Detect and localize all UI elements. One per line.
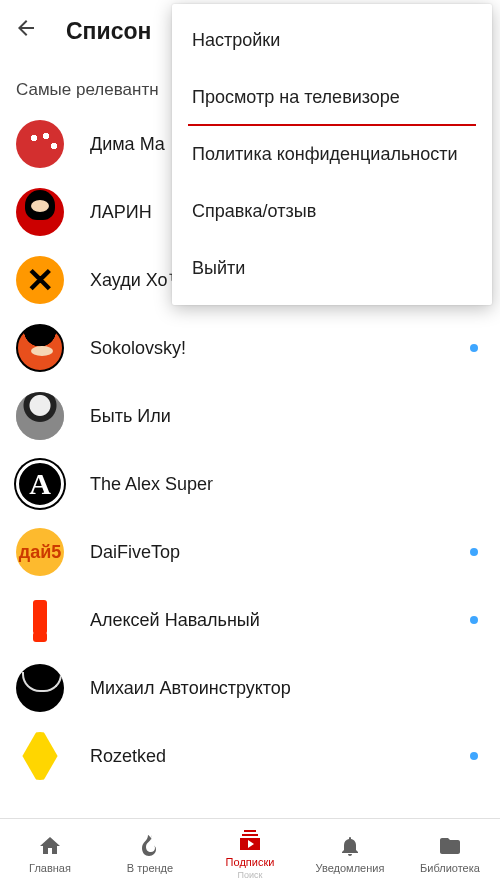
channel-row[interactable]: Sokolovsky!: [0, 314, 500, 382]
fire-icon: [137, 834, 163, 858]
bottom-nav: ГлавнаяВ трендеПодпискиПоискУведомленияБ…: [0, 818, 500, 888]
channel-avatar: [16, 392, 64, 440]
channel-avatar: [16, 732, 64, 780]
nav-sublabel: Поиск: [238, 870, 263, 880]
menu-item[interactable]: Настройки: [172, 12, 492, 69]
channel-name: Быть Или: [90, 406, 484, 427]
channel-avatar: ✕: [16, 256, 64, 304]
nav-item-bell[interactable]: Уведомления: [300, 819, 400, 888]
new-content-dot: [470, 548, 478, 556]
subscriptions-icon: [237, 828, 263, 852]
channel-avatar: [16, 324, 64, 372]
nav-item-home[interactable]: Главная: [0, 819, 100, 888]
channel-row[interactable]: Алексей Навальный: [0, 586, 500, 654]
bell-icon: [337, 834, 363, 858]
new-content-dot: [470, 344, 478, 352]
back-arrow-icon[interactable]: [14, 16, 48, 46]
channel-name: Sokolovsky!: [90, 338, 470, 359]
nav-item-subscriptions[interactable]: ПодпискиПоиск: [200, 819, 300, 888]
channel-row[interactable]: дай5DaiFiveTop: [0, 518, 500, 586]
channel-avatar: [16, 120, 64, 168]
menu-item[interactable]: Выйти: [172, 240, 492, 297]
nav-item-folder[interactable]: Библиотека: [400, 819, 500, 888]
page-title: Списон: [66, 18, 151, 45]
nav-label: Подписки: [226, 856, 275, 868]
folder-icon: [437, 834, 463, 858]
menu-item[interactable]: Политика конфиденциальности: [172, 126, 492, 183]
nav-label: Главная: [29, 862, 71, 874]
channel-avatar: [16, 188, 64, 236]
channel-avatar: [16, 596, 64, 644]
channel-row[interactable]: Михаил Автоинструктор: [0, 654, 500, 722]
channel-row[interactable]: Быть Или: [0, 382, 500, 450]
new-content-dot: [470, 616, 478, 624]
nav-label: В тренде: [127, 862, 173, 874]
channel-avatar: [16, 664, 64, 712]
channel-row[interactable]: Rozetked: [0, 722, 500, 790]
channel-name: Алексей Навальный: [90, 610, 470, 631]
channel-name: The Alex Super: [90, 474, 484, 495]
menu-item[interactable]: Справка/отзыв: [172, 183, 492, 240]
channel-name: Михаил Автоинструктор: [90, 678, 484, 699]
nav-label: Библиотека: [420, 862, 480, 874]
overflow-menu: НастройкиПросмотр на телевизореПолитика …: [172, 4, 492, 305]
home-icon: [37, 834, 63, 858]
channel-name: Rozetked: [90, 746, 470, 767]
channel-avatar: дай5: [16, 528, 64, 576]
new-content-dot: [470, 752, 478, 760]
channel-avatar: A: [16, 460, 64, 508]
nav-label: Уведомления: [316, 862, 385, 874]
menu-item[interactable]: Просмотр на телевизоре: [188, 69, 476, 126]
nav-item-fire[interactable]: В тренде: [100, 819, 200, 888]
channel-name: DaiFiveTop: [90, 542, 470, 563]
channel-row[interactable]: AThe Alex Super: [0, 450, 500, 518]
